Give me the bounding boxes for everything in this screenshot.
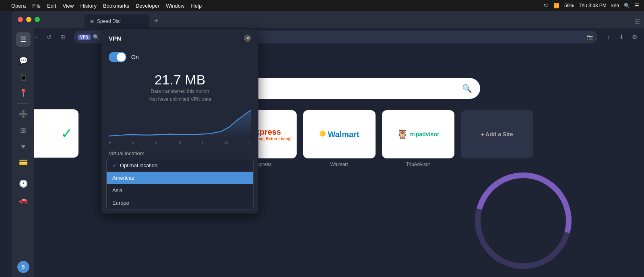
speed-dial-tripadvisor[interactable]: 🦉 tripadvisor TripAdvisor [382, 110, 454, 167]
walmart-text: Walmart [328, 130, 359, 139]
sidebar-item-add[interactable]: ➕ [16, 107, 31, 121]
menu-window[interactable]: Window [166, 3, 184, 9]
walmart-spark-icon: ✸ [319, 129, 326, 140]
tab-bar: ⊞ Speed Dial + ☰ [12, 11, 644, 28]
chart-day-s1: S [132, 140, 134, 145]
vpn-data-label: Data transferred this month [109, 88, 251, 94]
new-tab-button[interactable]: + [151, 15, 162, 27]
vpn-panel: VPN ✕ On 21.7 MB Data transferred this m… [101, 29, 258, 213]
menu-history[interactable]: History [80, 3, 96, 9]
chart-day-f: F [109, 140, 111, 145]
sidebar-item-car[interactable]: 🚗 [16, 193, 31, 207]
sidebar-item-menu[interactable]: ☰ [16, 32, 31, 47]
sidebar-divider-1 [17, 50, 29, 50]
address-search-icon: 🔍 [93, 34, 99, 40]
tripadvisor-text: tripadvisor [410, 131, 439, 137]
menu-view[interactable]: View [63, 3, 74, 9]
add-site-tile[interactable]: + Add a Site [461, 110, 533, 158]
vpn-location-dropdown[interactable]: ✓ Optimal location Americas Asia Europe [106, 159, 254, 209]
toggle-knob [117, 53, 126, 62]
walmart-logo: ✸ Walmart [319, 129, 359, 140]
background-circle-decoration [457, 155, 589, 277]
vpn-data-amount: 21.7 MB [109, 72, 251, 88]
vpn-chart [101, 102, 258, 138]
tab-label: Speed Dial [97, 18, 121, 24]
sidebar-item-messenger[interactable]: 💬 [16, 53, 31, 68]
vpn-toggle[interactable] [109, 52, 126, 62]
menu-bar-right: 🛡 📶 59% Thu 3:43 PM ken 🔍 ☰ [544, 3, 639, 8]
tripadvisor-owl-icon: 🦉 [397, 129, 408, 140]
time-display: Thu 3:43 PM [579, 3, 607, 8]
grid-view-button[interactable]: ⊞ [57, 31, 68, 43]
check-icon: ✓ [112, 162, 117, 168]
speed-dial-walmart[interactable]: ✸ Walmart Walmart [303, 110, 376, 167]
speed-dial-add[interactable]: + Add a Site [461, 110, 533, 167]
menu-bar: Opera File Edit View History Bookmarks D… [0, 0, 644, 11]
toolbar-right: ↑ ⬇ ⚙ [603, 31, 640, 43]
vpn-toggle-label: On [131, 54, 139, 60]
page-search-icon[interactable]: 🔍 [462, 84, 472, 93]
wifi-icon: 📶 [553, 3, 559, 8]
dropdown-americas-label: Americas [112, 175, 134, 181]
reload-button[interactable]: ↺ [43, 31, 55, 43]
camera-icon[interactable]: 📷 [587, 34, 593, 40]
sidebar-item-wallet[interactable]: 💳 [16, 155, 31, 170]
menu-opera[interactable]: Opera [11, 3, 26, 9]
checkmark-icon: ✓ [61, 125, 78, 142]
menu-bookmarks[interactable]: Bookmarks [103, 3, 129, 9]
sidebar-item-history[interactable]: 🕐 [16, 176, 31, 191]
partial-left-tile: ✓ [34, 109, 78, 158]
dropdown-europe-label: Europe [112, 200, 129, 206]
dropdown-optimal-label: Optimal location [120, 162, 157, 168]
menu-help[interactable]: Help [191, 3, 202, 9]
chart-day-t2: T [248, 140, 251, 145]
walmart-tile[interactable]: ✸ Walmart [303, 110, 376, 158]
vpn-chart-svg [109, 106, 251, 138]
controls-icon[interactable]: ☰ [635, 3, 639, 8]
dropdown-item-americas[interactable]: Americas [107, 172, 253, 184]
sidebar-settings-button[interactable]: ⚙ [629, 31, 640, 43]
tab-menu-icon[interactable]: ☰ [634, 18, 640, 25]
vpn-panel-title: VPN [109, 35, 121, 42]
sidebar-item-location[interactable]: 📍 [16, 86, 31, 100]
dropdown-item-asia[interactable]: Asia [107, 184, 253, 197]
tripadvisor-tile[interactable]: 🦉 tripadvisor [382, 110, 454, 158]
tab-right-controls: ☰ [634, 18, 640, 26]
sidebar-item-apps[interactable]: ⊞ [16, 123, 31, 137]
menu-edit[interactable]: Edit [47, 3, 56, 9]
chart-day-s2: S [155, 140, 157, 145]
minimize-button[interactable] [26, 17, 31, 22]
dropdown-item-optimal[interactable]: ✓ Optimal location [107, 159, 253, 172]
sidebar-item-whatsapp[interactable]: 📱 [16, 70, 31, 84]
vpn-panel-header: VPN ✕ [101, 29, 258, 46]
sidebar-divider-3 [17, 173, 29, 173]
menu-bar-left: Opera File Edit View History Bookmarks D… [5, 3, 202, 9]
dropdown-item-europe[interactable]: Europe [107, 197, 253, 209]
search-icon[interactable]: 🔍 [624, 3, 630, 8]
sidebar-item-heart[interactable]: ♥ [16, 139, 31, 154]
vpn-unlimited-text: You have unlimited VPN data [109, 96, 251, 102]
user-name: ken [611, 3, 619, 8]
walmart-label: Walmart [330, 162, 348, 167]
avatar[interactable]: S [17, 261, 29, 273]
traffic-lights [18, 17, 40, 22]
menu-developer[interactable]: Developer [136, 3, 159, 9]
tab-grid-icon: ⊞ [90, 19, 94, 24]
menu-file[interactable]: File [32, 3, 41, 9]
vpn-panel-close-button[interactable]: ✕ [244, 35, 251, 42]
chart-day-t1: T [201, 140, 204, 145]
fullscreen-button[interactable] [35, 17, 40, 22]
antivirus-icon: 🛡 [544, 3, 549, 8]
download-button[interactable]: ⬇ [616, 31, 627, 43]
speed-dial-tab[interactable]: ⊞ Speed Dial [85, 14, 149, 28]
share-button[interactable]: ↑ [603, 31, 614, 43]
close-button[interactable] [18, 17, 23, 22]
dropdown-asia-label: Asia [112, 187, 122, 193]
vpn-toggle-row: On [101, 46, 258, 68]
browser-window: ⊞ Speed Dial + ☰ ← → ↺ ⊞ VPN 🔍 📷 ↑ ⬇ ⚙ ☰… [12, 11, 644, 277]
tripadvisor-logo: 🦉 tripadvisor [397, 129, 439, 140]
vpn-location-label: Virtual location: [101, 146, 258, 159]
tripadvisor-label: TripAdvisor [406, 162, 430, 167]
vpn-badge[interactable]: VPN [78, 35, 91, 40]
battery-text: 59% [564, 3, 574, 8]
